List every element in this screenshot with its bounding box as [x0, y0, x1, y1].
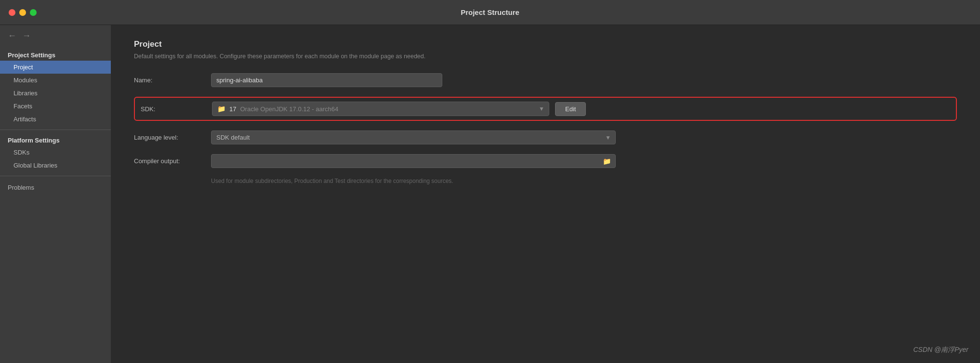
sidebar-item-artifacts[interactable]: Artifacts — [0, 113, 111, 126]
minimize-button[interactable] — [19, 9, 26, 16]
sidebar-item-problems[interactable]: Problems — [0, 180, 111, 194]
window-title: Project Structure — [461, 8, 519, 16]
sdk-folder-icon: 📁 — [217, 105, 225, 113]
sidebar-item-sdks[interactable]: SDKs — [0, 146, 111, 159]
compiler-hint: Used for module subdirectories, Producti… — [211, 178, 957, 184]
compiler-output-label: Compiler output: — [134, 157, 211, 165]
forward-arrow[interactable]: → — [22, 31, 31, 41]
main-layout: ← → Project Settings Project Modules Lib… — [0, 25, 980, 363]
content-title: Project — [134, 39, 957, 49]
sdk-version-number: 17 — [229, 105, 236, 113]
sdk-description: Oracle OpenJDK 17.0.12 - aarch64 — [240, 105, 338, 113]
content-area: Project Default settings for all modules… — [111, 25, 980, 363]
compiler-output-wrapper: 📁 — [211, 154, 616, 168]
sidebar-item-modules[interactable]: Modules — [0, 74, 111, 87]
sidebar-nav: ← → Project Settings Project Modules Lib… — [0, 25, 111, 198]
language-level-label: Language level: — [134, 134, 211, 141]
sdk-select-wrapper: 📁 17 Oracle OpenJDK 17.0.12 - aarch64 ▼ — [212, 102, 549, 116]
sidebar-item-facets[interactable]: Facets — [0, 100, 111, 113]
sdk-edit-button[interactable]: Edit — [555, 102, 586, 116]
compiler-output-row: Compiler output: 📁 — [134, 154, 957, 168]
language-level-row: Language level: SDK default ▼ — [134, 130, 957, 144]
close-button[interactable] — [9, 9, 15, 16]
nav-arrows: ← → — [0, 31, 111, 49]
language-level-dropdown[interactable]: SDK default — [211, 130, 616, 144]
back-arrow[interactable]: ← — [8, 31, 16, 41]
sdk-dropdown[interactable]: 📁 17 Oracle OpenJDK 17.0.12 - aarch64 — [212, 102, 549, 116]
compiler-output-input[interactable] — [211, 154, 616, 168]
titlebar: Project Structure — [0, 0, 980, 25]
name-input[interactable] — [211, 73, 442, 87]
sidebar-divider — [0, 130, 111, 130]
sidebar-divider-2 — [0, 176, 111, 176]
language-level-wrapper: SDK default ▼ — [211, 130, 616, 144]
compiler-output-folder-button[interactable]: 📁 — [601, 156, 613, 166]
fullscreen-button[interactable] — [30, 9, 37, 16]
traffic-lights — [9, 9, 37, 16]
platform-settings-header: Platform Settings — [0, 134, 111, 146]
sidebar-item-global-libraries[interactable]: Global Libraries — [0, 159, 111, 172]
sidebar-item-libraries[interactable]: Libraries — [0, 87, 111, 100]
project-settings-header: Project Settings — [0, 49, 111, 61]
sdk-label: SDK: — [141, 105, 212, 113]
watermark: CSDN @南浮Pyer — [913, 346, 968, 354]
name-row: Name: — [134, 73, 957, 87]
name-label: Name: — [134, 77, 211, 84]
sdk-row: SDK: 📁 17 Oracle OpenJDK 17.0.12 - aarch… — [134, 97, 957, 121]
sidebar-item-project[interactable]: Project — [0, 61, 111, 74]
sidebar: ← → Project Settings Project Modules Lib… — [0, 25, 111, 363]
content-description: Default settings for all modules. Config… — [134, 53, 957, 60]
